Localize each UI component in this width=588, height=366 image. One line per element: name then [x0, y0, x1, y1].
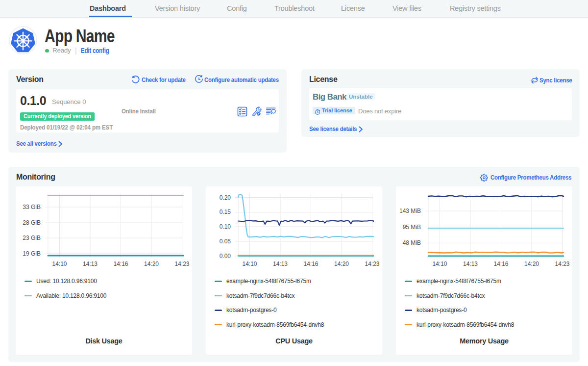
- svg-text:0.10: 0.10: [220, 223, 231, 230]
- svg-text:23 GiB: 23 GiB: [23, 235, 41, 241]
- svg-text:14:10: 14:10: [52, 261, 67, 267]
- svg-text:0.15: 0.15: [220, 209, 231, 215]
- svg-text:14:23: 14:23: [555, 261, 569, 267]
- svg-text:143 MiB: 143 MiB: [399, 208, 421, 214]
- svg-text:14:20: 14:20: [524, 261, 539, 267]
- svg-text:48 MiB: 48 MiB: [403, 239, 421, 246]
- svg-text:0.00: 0.00: [220, 253, 231, 260]
- svg-text:14:13: 14:13: [83, 261, 98, 267]
- svg-text:14:20: 14:20: [334, 261, 349, 267]
- svg-text:14:10: 14:10: [432, 261, 447, 267]
- svg-text:14:20: 14:20: [144, 261, 159, 267]
- svg-text:0.20: 0.20: [220, 194, 231, 201]
- svg-text:14:23: 14:23: [365, 261, 379, 267]
- svg-text:19 GiB: 19 GiB: [23, 250, 41, 257]
- svg-text:14:10: 14:10: [242, 261, 257, 267]
- svg-text:14:13: 14:13: [463, 261, 478, 267]
- svg-text:95 MiB: 95 MiB: [403, 224, 421, 231]
- svg-text:33 GiB: 33 GiB: [23, 204, 41, 210]
- svg-text:14:16: 14:16: [113, 261, 128, 267]
- svg-text:14:23: 14:23: [174, 261, 189, 267]
- svg-text:28 GiB: 28 GiB: [23, 219, 41, 226]
- svg-text:14:16: 14:16: [303, 261, 318, 267]
- svg-text:0.05: 0.05: [220, 238, 231, 245]
- svg-text:14:13: 14:13: [273, 261, 288, 267]
- svg-text:14:16: 14:16: [493, 261, 508, 267]
